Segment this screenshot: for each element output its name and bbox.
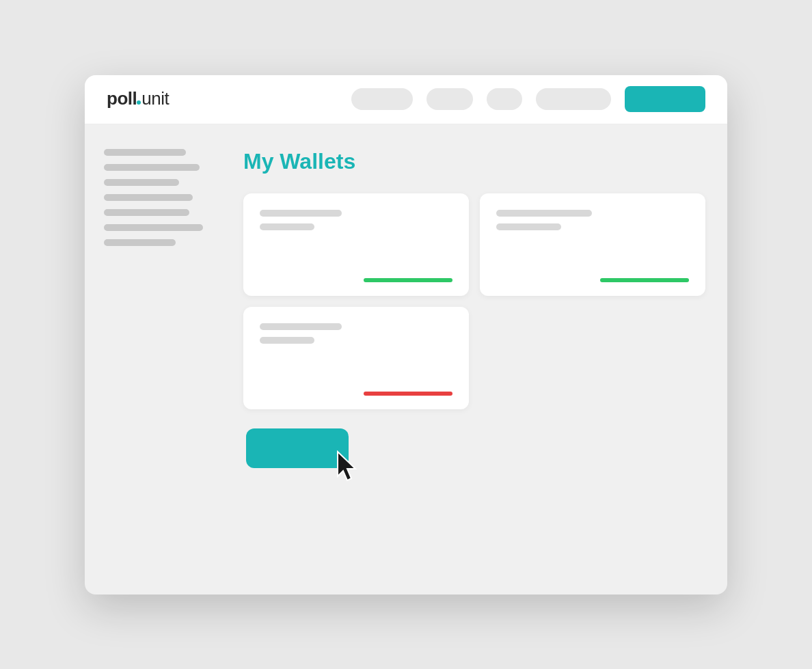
- sidebar-line-5[interactable]: [104, 209, 189, 216]
- logo: pollunit: [107, 88, 169, 110]
- wallet-2-line-1: [496, 210, 592, 217]
- nav-item-2[interactable]: [427, 88, 473, 110]
- wallet-card-1[interactable]: [243, 193, 469, 296]
- wallet-1-indicator: [364, 278, 452, 282]
- sidebar-line-1[interactable]: [104, 149, 186, 156]
- sidebar-line-6[interactable]: [104, 224, 203, 231]
- wallet-card-2[interactable]: [480, 193, 705, 296]
- add-wallet-area: [243, 428, 349, 468]
- wallet-3-line-2: [260, 337, 314, 344]
- logo-dot: [137, 100, 141, 105]
- sidebar: [85, 124, 221, 595]
- wallet-card-3[interactable]: [243, 307, 469, 409]
- sidebar-line-7[interactable]: [104, 239, 176, 246]
- page-title: My Wallets: [243, 149, 705, 174]
- logo-unit-text: unit: [141, 88, 169, 109]
- navbar: pollunit: [85, 75, 727, 124]
- wallets-grid: [243, 193, 705, 409]
- logo-poll-text: poll: [107, 88, 137, 109]
- nav-item-1[interactable]: [351, 88, 413, 110]
- wallet-1-line-1: [260, 210, 342, 217]
- sidebar-line-4[interactable]: [104, 194, 193, 201]
- browser-window: pollunit My Wallets: [85, 75, 727, 595]
- main-content: My Wallets: [85, 124, 727, 595]
- wallet-2-lines: [496, 210, 689, 271]
- wallet-3-indicator: [364, 392, 452, 396]
- nav-item-3[interactable]: [487, 88, 522, 110]
- wallet-1-lines: [260, 210, 452, 271]
- wallet-3-lines: [260, 323, 452, 385]
- sidebar-line-2[interactable]: [104, 164, 200, 171]
- page-area: My Wallets: [221, 124, 727, 595]
- wallet-3-line-1: [260, 323, 342, 330]
- nav-cta-button[interactable]: [625, 86, 705, 112]
- wallet-1-line-2: [260, 223, 314, 230]
- wallet-2-indicator: [600, 278, 689, 282]
- wallet-2-line-2: [496, 223, 561, 230]
- add-wallet-button[interactable]: [246, 428, 349, 468]
- nav-item-4[interactable]: [536, 88, 611, 110]
- sidebar-line-3[interactable]: [104, 179, 179, 186]
